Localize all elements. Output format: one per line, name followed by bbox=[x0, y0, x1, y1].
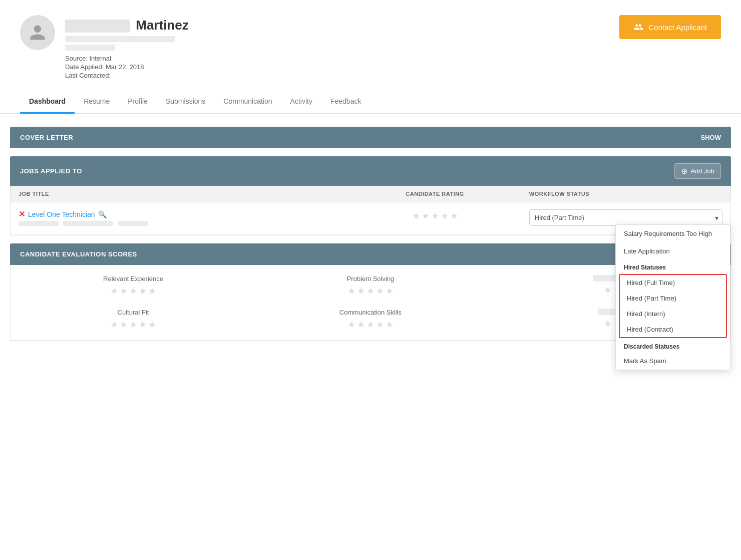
meta-line-2 bbox=[65, 45, 115, 51]
tab-submissions[interactable]: Submissions bbox=[157, 90, 214, 114]
eval-star-4-4[interactable]: ★ bbox=[376, 319, 384, 330]
eval-star-1-3[interactable]: ★ bbox=[366, 286, 375, 297]
dropdown-item-spam[interactable]: Mark As Spam bbox=[616, 352, 730, 370]
remove-job-button[interactable]: ✕ bbox=[19, 209, 25, 219]
contact-applicant-button[interactable]: Contact Applicant bbox=[619, 15, 721, 39]
applicant-details: Source: Internal Date Applied: Mar 22, 2… bbox=[65, 55, 189, 79]
eval-star-3-4[interactable]: ★ bbox=[139, 319, 147, 330]
rating-stars: ★ ★ ★ ★ ★ bbox=[356, 209, 513, 221]
tabs-bar: Dashboard Resume Profile Submissions Com… bbox=[0, 90, 741, 114]
eval-relevant-experience: Relevant Experience ★ ★ ★ ★ ★ bbox=[19, 275, 248, 297]
eval-star-4-3[interactable]: ★ bbox=[366, 319, 375, 330]
job-title-cell: ✕ Level One Technician 🔍 bbox=[11, 202, 348, 235]
eval-problem-solving: Problem Solving ★ ★ ★ ★ ★ bbox=[256, 275, 485, 297]
eval-star-5-1[interactable]: ★ bbox=[604, 318, 612, 329]
contact-icon bbox=[633, 22, 643, 32]
eval-star-3-5[interactable]: ★ bbox=[148, 319, 156, 330]
cover-letter-show-button[interactable]: SHOW bbox=[701, 134, 721, 141]
eval-star-3-3[interactable]: ★ bbox=[129, 319, 137, 330]
plus-circle-icon: ⊕ bbox=[681, 166, 687, 176]
star-5[interactable]: ★ bbox=[450, 210, 458, 221]
col-workflow-status: WORKFLOW STATUS bbox=[521, 186, 730, 202]
star-1[interactable]: ★ bbox=[412, 210, 420, 221]
search-icon[interactable]: 🔍 bbox=[98, 210, 107, 218]
tab-communication[interactable]: Communication bbox=[214, 90, 281, 114]
hired-statuses-group: Hired (Full Time) Hired (Part Time) Hire… bbox=[619, 274, 727, 338]
job-title-link[interactable]: Level One Technician bbox=[28, 210, 95, 218]
applicant-info: Martinez Source: Internal Date Applied: … bbox=[65, 15, 189, 80]
eval-communication-skills: Communication Skills ★ ★ ★ ★ ★ bbox=[256, 309, 485, 330]
col-candidate-rating: CANDIDATE RATING bbox=[348, 186, 521, 202]
jobs-title: JOBS APPLIED TO bbox=[20, 167, 82, 175]
dropdown-item-hired-part[interactable]: Hired (Part Time) bbox=[620, 291, 726, 306]
candidate-rating-cell: ★ ★ ★ ★ ★ bbox=[348, 202, 521, 235]
cover-letter-title: COVER LETTER bbox=[20, 134, 73, 141]
applicant-name: Martinez bbox=[65, 18, 189, 33]
jobs-table-header-row: JOB TITLE CANDIDATE RATING WORKFLOW STAT… bbox=[11, 186, 730, 202]
star-4[interactable]: ★ bbox=[441, 210, 449, 221]
date-applied-text: Date Applied: Mar 22, 2018 bbox=[65, 63, 189, 71]
dropdown-item-hired-full[interactable]: Hired (Full Time) bbox=[620, 275, 726, 291]
eval-stars-1: ★ ★ ★ ★ ★ bbox=[347, 286, 394, 297]
eval-stars-3: ★ ★ ★ ★ ★ bbox=[110, 319, 156, 330]
eval-label-0: Relevant Experience bbox=[103, 275, 163, 283]
applicant-left: Martinez Source: Internal Date Applied: … bbox=[20, 15, 189, 80]
tab-profile[interactable]: Profile bbox=[119, 90, 157, 114]
star-3[interactable]: ★ bbox=[431, 210, 439, 221]
eval-star-4-5[interactable]: ★ bbox=[386, 319, 394, 330]
eval-star-0-2[interactable]: ★ bbox=[120, 286, 128, 297]
eval-star-0-1[interactable]: ★ bbox=[110, 286, 118, 297]
eval-cultural-fit: Cultural Fit ★ ★ ★ ★ ★ bbox=[19, 309, 248, 330]
dropdown-item-late[interactable]: Late Application bbox=[616, 242, 730, 260]
tab-dashboard[interactable]: Dashboard bbox=[20, 90, 75, 114]
jobs-table-wrapper: JOB TITLE CANDIDATE RATING WORKFLOW STAT… bbox=[10, 186, 731, 235]
workflow-dropdown: Salary Requirements Too High Late Applic… bbox=[615, 224, 730, 370]
applicant-header: Martinez Source: Internal Date Applied: … bbox=[0, 0, 741, 90]
cover-letter-section: COVER LETTER SHOW bbox=[0, 127, 741, 148]
eval-star-0-3[interactable]: ★ bbox=[129, 286, 137, 297]
hired-statuses-label: Hired Statuses bbox=[616, 260, 730, 273]
discarded-statuses-label: Discarded Statuses bbox=[616, 339, 730, 352]
eval-star-3-2[interactable]: ★ bbox=[120, 319, 128, 330]
eval-star-3-1[interactable]: ★ bbox=[110, 319, 118, 330]
jobs-header: JOBS APPLIED TO ⊕ Add Job bbox=[10, 156, 731, 186]
eval-stars-0: ★ ★ ★ ★ ★ bbox=[110, 286, 156, 297]
eval-star-2-1[interactable]: ★ bbox=[604, 285, 612, 296]
eval-label-3: Cultural Fit bbox=[118, 309, 149, 316]
avatar bbox=[20, 15, 55, 50]
job-subtitle bbox=[19, 220, 340, 227]
eval-star-4-1[interactable]: ★ bbox=[347, 319, 355, 330]
blur-1 bbox=[19, 221, 59, 226]
dropdown-item-salary[interactable]: Salary Requirements Too High bbox=[616, 225, 730, 242]
tab-feedback[interactable]: Feedback bbox=[321, 90, 370, 114]
eval-title: CANDIDATE EVALUATION SCORES bbox=[20, 250, 137, 258]
jobs-table: JOB TITLE CANDIDATE RATING WORKFLOW STAT… bbox=[11, 186, 730, 235]
blur-2 bbox=[63, 221, 113, 226]
eval-star-0-4[interactable]: ★ bbox=[139, 286, 147, 297]
eval-star-0-5[interactable]: ★ bbox=[148, 286, 156, 297]
content-area: COVER LETTER SHOW JOBS APPLIED TO ⊕ Add … bbox=[0, 114, 741, 354]
source-text: Source: Internal bbox=[65, 55, 189, 62]
eval-stars-4: ★ ★ ★ ★ ★ bbox=[347, 319, 394, 330]
eval-stars-5: ★ bbox=[604, 318, 612, 329]
eval-star-1-2[interactable]: ★ bbox=[357, 286, 365, 297]
add-job-label: Add Job bbox=[690, 167, 714, 175]
dropdown-item-hired-contract[interactable]: Hired (Contract) bbox=[620, 322, 726, 337]
tab-activity[interactable]: Activity bbox=[281, 90, 321, 114]
eval-label-1: Problem Solving bbox=[347, 275, 395, 283]
cover-letter-header: COVER LETTER SHOW bbox=[10, 127, 731, 148]
last-contacted-text: Last Contacted: bbox=[65, 72, 189, 79]
workflow-select[interactable]: Hired (Part Time) bbox=[529, 209, 722, 226]
tab-resume[interactable]: Resume bbox=[75, 90, 119, 114]
eval-star-1-1[interactable]: ★ bbox=[347, 286, 355, 297]
eval-star-4-2[interactable]: ★ bbox=[357, 319, 365, 330]
star-2[interactable]: ★ bbox=[422, 210, 430, 221]
eval-label-5 bbox=[598, 309, 618, 315]
dropdown-item-hired-intern[interactable]: Hired (Intern) bbox=[620, 306, 726, 322]
col-job-title: JOB TITLE bbox=[11, 186, 348, 202]
name-blur bbox=[65, 20, 130, 33]
eval-star-1-4[interactable]: ★ bbox=[376, 286, 384, 297]
workflow-select-wrapper: Hired (Part Time) bbox=[529, 209, 722, 226]
eval-star-1-5[interactable]: ★ bbox=[386, 286, 394, 297]
add-job-button[interactable]: ⊕ Add Job bbox=[674, 163, 721, 179]
